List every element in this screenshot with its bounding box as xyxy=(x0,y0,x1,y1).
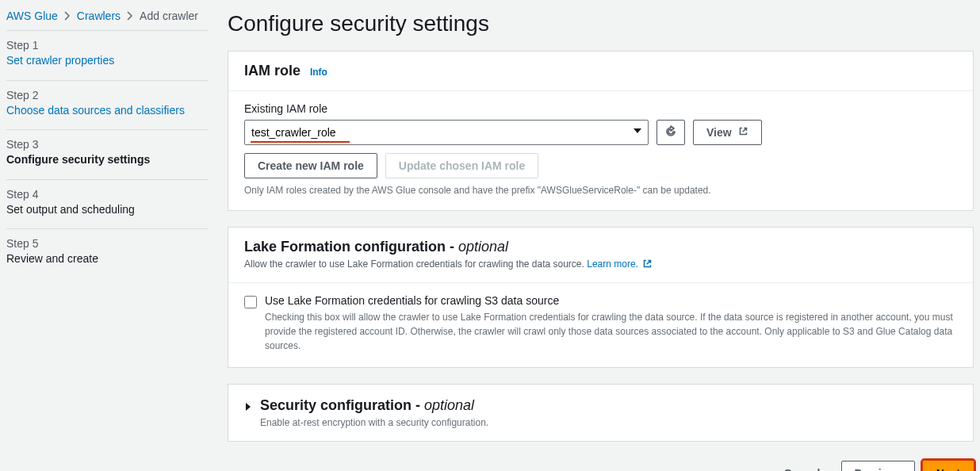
learn-more-link[interactable]: Learn more. xyxy=(587,258,653,270)
refresh-icon xyxy=(664,125,677,140)
external-link-icon xyxy=(738,126,748,139)
previous-button[interactable]: Previous xyxy=(841,461,915,471)
lake-panel-desc: Allow the crawler to use Lake Formation … xyxy=(244,258,957,271)
security-config-toggle[interactable]: Security configuration - optional Enable… xyxy=(228,385,973,441)
step-label: Step 4 xyxy=(6,188,209,201)
update-iam-role-button: Update chosen IAM role xyxy=(385,153,538,178)
next-button[interactable]: Next xyxy=(923,461,974,471)
step-disabled-review: Review and create xyxy=(6,251,98,267)
step-disabled-output: Set output and scheduling xyxy=(6,202,135,218)
iam-helper-text: Only IAM roles created by the AWS Glue c… xyxy=(244,185,957,196)
annotation-underline xyxy=(251,141,350,143)
wizard-footer: Cancel Previous Next xyxy=(228,458,974,471)
page-title: Configure security settings xyxy=(228,11,974,36)
chevron-right-icon xyxy=(127,11,133,21)
info-link[interactable]: Info xyxy=(310,67,327,78)
refresh-button[interactable] xyxy=(657,120,685,145)
breadcrumb: AWS Glue Crawlers Add crawler xyxy=(6,8,209,30)
external-link-icon xyxy=(642,258,653,271)
create-iam-role-button[interactable]: Create new IAM role xyxy=(244,153,377,178)
existing-role-label: Existing IAM role xyxy=(244,102,957,115)
step-current-security: Configure security settings xyxy=(6,152,150,168)
lake-panel-title: Lake Formation configuration - optional xyxy=(244,239,508,255)
step-label: Step 2 xyxy=(6,89,209,101)
cancel-button[interactable]: Cancel xyxy=(771,461,833,471)
security-panel-title: Security configuration - optional xyxy=(260,397,488,414)
view-button-label: View xyxy=(706,126,732,139)
lake-formation-checkbox[interactable] xyxy=(244,296,257,308)
step-label: Step 1 xyxy=(6,39,209,52)
breadcrumb-current: Add crawler xyxy=(140,10,198,22)
chevron-right-icon xyxy=(64,11,71,21)
security-panel-desc: Enable at-rest encryption with a securit… xyxy=(260,417,488,428)
step-link-data-sources[interactable]: Choose data sources and classifiers xyxy=(6,103,185,119)
view-button[interactable]: View xyxy=(693,120,762,145)
iam-panel-title: IAM role xyxy=(244,63,301,78)
security-config-panel: Security configuration - optional Enable… xyxy=(228,384,974,442)
lake-formation-panel: Lake Formation configuration - optional … xyxy=(228,227,974,368)
lake-checkbox-desc: Checking this box will allow the crawler… xyxy=(265,310,957,353)
breadcrumb-link-glue[interactable]: AWS Glue xyxy=(6,10,58,22)
step-label: Step 3 xyxy=(6,138,209,151)
caret-right-icon xyxy=(244,401,252,414)
iam-role-panel: IAM role Info Existing IAM role test_cra… xyxy=(228,51,974,211)
lake-checkbox-label: Use Lake Formation credentials for crawl… xyxy=(265,294,957,307)
breadcrumb-link-crawlers[interactable]: Crawlers xyxy=(77,10,121,22)
step-link-properties[interactable]: Set crawler properties xyxy=(6,53,114,69)
step-label: Step 5 xyxy=(6,237,209,250)
